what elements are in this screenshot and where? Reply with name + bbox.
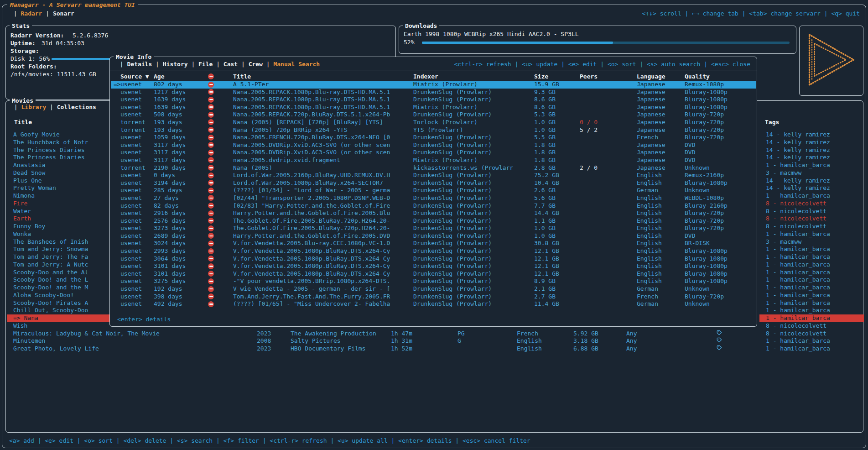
release-row[interactable]: usenet 27 days [02/44] "Transporter 2.20… xyxy=(111,194,756,202)
rejected-icon xyxy=(208,82,214,89)
app-title: Managarr - A Servarr management TUI xyxy=(7,1,138,9)
movie-info-tab-label[interactable]: Cast xyxy=(223,60,238,68)
movie-title: Wish xyxy=(13,322,27,329)
movie-info-tab-label[interactable]: Crew xyxy=(249,60,263,68)
movie-title: The Banshees of Inish xyxy=(13,238,88,245)
release-indexer: DrunkenSlug (Prowlarr) xyxy=(413,202,492,210)
release-row[interactable]: usenet 3101 days V.for.Vendetta.2005.108… xyxy=(111,262,756,270)
servarr-tab-label[interactable]: Radarr xyxy=(21,10,42,17)
movie-info-tab[interactable]: | Cast xyxy=(213,60,238,68)
movie-row[interactable]: Miraculous: Ladybug & Cat Noir, The Movi… xyxy=(7,330,862,338)
movie-info-tab-label[interactable]: History xyxy=(163,60,188,68)
servarr-tab[interactable]: | Radarr xyxy=(10,10,42,17)
movie-tags-cell: 8 - nicolecolvett xyxy=(759,322,864,330)
modal-tab-separator-line xyxy=(110,70,757,70)
servarr-tab-label[interactable]: Sonarr xyxy=(53,10,74,17)
release-row[interactable]: usenet 3117 days Nana.2005.DVDRip.XviD.A… xyxy=(111,149,756,157)
top-keybind-help: <↑↓> scroll | ←→ change tab | <tab> chan… xyxy=(642,10,860,17)
release-row[interactable]: usenet 0 days Lord.of.War.2005.2160p.Blu… xyxy=(111,172,756,179)
movie-title-cell: Tom and Jerry: A Nutc xyxy=(7,261,112,269)
release-indexer: Torlock (Prowlarr) xyxy=(413,119,478,126)
language-column-header[interactable]: Language xyxy=(637,73,665,80)
movie-info-tab-label[interactable]: Manual Search xyxy=(273,60,320,68)
release-row[interactable]: => usenet 802 days A 5.1-PTer Miatrix (P… xyxy=(111,81,756,89)
release-size: 1.0 GB xyxy=(534,225,556,232)
release-language: Japanese xyxy=(637,141,665,149)
movie-title-cell: Aloha Scooby-Doo! xyxy=(7,292,112,299)
movie-info-tab-label[interactable]: File xyxy=(198,60,213,68)
release-row[interactable]: torrent 193 days Nana (2005) [REPACK] [7… xyxy=(111,119,756,126)
source-column-header[interactable]: Source ▼ xyxy=(120,73,149,80)
movie-title: Tom and Jerry: The Fa xyxy=(13,253,88,260)
release-title: V.for.Vendetta.2005.1080p.BluRay.DTS.x26… xyxy=(233,255,390,263)
movie-info-tab[interactable]: | File xyxy=(188,60,213,68)
movie-runtime: 1h 52m xyxy=(391,345,412,353)
size-column-header[interactable]: Size xyxy=(534,73,548,80)
release-quality: Bluray-1080p xyxy=(685,179,728,187)
release-indexer: DrunkenSlug (Prowlarr) xyxy=(413,134,492,141)
quality-column-header[interactable]: Quality xyxy=(685,73,710,80)
release-row[interactable]: usenet 2993 days V.for.Vendetta.2005.108… xyxy=(111,247,756,255)
release-title: Nana (2005) [REPACK] [720p] [BluRay] [YT… xyxy=(233,119,383,126)
downloads-panel-title: Downloads xyxy=(403,22,439,30)
movie-info-tab-label[interactable]: Details xyxy=(127,60,152,68)
release-row[interactable]: usenet 285 days (????) [01/34] - "Lord o… xyxy=(111,187,756,194)
release-row[interactable]: torrent 2190 days Nana (2005) kickasstor… xyxy=(111,164,756,172)
movie-info-tab[interactable]: | Crew xyxy=(238,60,263,68)
movie-row[interactable]: Minutemen 2008 Salty Pictures 1h 31m G E… xyxy=(7,337,862,345)
release-row[interactable]: usenet 82 days [02/83] "Harry.Potter.and… xyxy=(111,202,756,210)
release-row[interactable]: usenet 3275 days -"V pour vendetta.2005.… xyxy=(111,277,756,285)
release-language: English xyxy=(637,179,662,187)
release-row[interactable]: usenet 508 days Nana.2005.REPACK.720p.Bl… xyxy=(111,111,756,119)
movie-info-tab[interactable]: | History xyxy=(152,60,187,68)
release-row[interactable]: usenet 3194 days Lord.of.War.2005.1080p.… xyxy=(111,179,756,187)
release-row[interactable]: usenet 1059 days Nana.2005.FRENCH.720p.B… xyxy=(111,134,756,141)
release-size: 8.9 GB xyxy=(534,277,556,285)
movie-title-cell: Anastasia xyxy=(7,162,112,169)
release-row[interactable]: usenet 2576 days The.Goblet.Of.Fire.2005… xyxy=(111,217,756,225)
release-row[interactable]: usenet 492 days (????) [01/65] - "Miss U… xyxy=(111,300,756,308)
release-row[interactable]: usenet 2916 days Harry.Potter.and.the.Go… xyxy=(111,209,756,217)
release-row[interactable]: torrent 193 days Nana (2005) 720p BRRip … xyxy=(111,126,756,134)
rejected-icon xyxy=(208,142,214,150)
movie-title-cell: Wish xyxy=(7,322,112,330)
release-row[interactable]: usenet 3117 days Nana.2005.DVDRip.XviD.A… xyxy=(111,141,756,149)
movie-title: Chill Out, Scooby-Doo xyxy=(13,307,88,314)
movies-tab-label[interactable]: Library xyxy=(21,103,46,111)
movie-row[interactable]: Great Photo, Lovely Life 2023 HBO Docume… xyxy=(7,345,862,353)
movie-tags-cell: 1 - hamilcar_barca xyxy=(759,307,864,314)
movies-tab-label[interactable]: Collections xyxy=(57,103,96,111)
servarr-tabs: | Radarr | Sonarr xyxy=(10,10,74,17)
movies-tab[interactable]: | Collections xyxy=(46,103,96,111)
movie-tag: 1 - hamilcar_barca xyxy=(766,299,830,306)
movie-info-tab[interactable]: | Details xyxy=(116,60,152,68)
release-size: 8.6 GB xyxy=(534,96,556,104)
age-column-header[interactable]: Age xyxy=(154,73,164,80)
movie-info-tab[interactable]: | Manual Search xyxy=(263,60,320,68)
release-row[interactable]: usenet 3101 days V.for.Vendetta.2005.108… xyxy=(111,270,756,278)
peers-column-header[interactable]: Peers xyxy=(580,73,598,80)
movie-title: Minutemen xyxy=(13,337,45,344)
release-row[interactable]: usenet 398 days Tom.And.Jerry.The.Fast.A… xyxy=(111,293,756,301)
release-indexer: kickasstorrents.ws (Prowlarr xyxy=(413,164,513,172)
release-row[interactable]: usenet 1639 days Nana.2005.REPACK.1080p.… xyxy=(111,96,756,104)
release-row[interactable]: usenet 1639 days Nana.2005.REPACK.1080p.… xyxy=(111,104,756,111)
release-row[interactable]: usenet 1217 days Nana.2005.REPACK.1080p.… xyxy=(111,89,756,96)
indexer-column-header[interactable]: Indexer xyxy=(413,73,438,80)
release-title: [02/83] "Harry.Potter.and.the.Goblet.of.… xyxy=(233,202,390,210)
servarr-tab[interactable]: | Sonarr xyxy=(42,10,74,17)
rejected-icon xyxy=(208,97,214,105)
title-column-header[interactable]: Title xyxy=(233,73,251,80)
release-row[interactable]: usenet 3273 days The.Goblet.Of.Fire.2005… xyxy=(111,225,756,232)
movies-tab[interactable]: | Library xyxy=(10,103,46,111)
release-indexer: DrunkenSlug (Prowlarr) xyxy=(413,255,492,263)
release-row[interactable]: usenet 3024 days V.for.Vendetta.2005.Blu… xyxy=(111,240,756,247)
release-row[interactable]: usenet 192 days V wie Vendetta - 2005 - … xyxy=(111,285,756,293)
release-row[interactable]: usenet 3117 days nana.2005.dvdrip.xvid.f… xyxy=(111,157,756,164)
release-indexer: DrunkenSlug (Prowlarr) xyxy=(413,232,492,240)
release-row[interactable]: usenet 3064 days V.for.Vendetta.2005.108… xyxy=(111,255,756,263)
movie-title: Scooby-Doo and the Al xyxy=(13,269,88,276)
movie-tags-cell: 3 - macmww xyxy=(759,238,864,246)
release-age: 193 days xyxy=(154,119,182,126)
release-row[interactable]: usenet 2689 days Harry.Potter.and.the.Go… xyxy=(111,232,756,240)
